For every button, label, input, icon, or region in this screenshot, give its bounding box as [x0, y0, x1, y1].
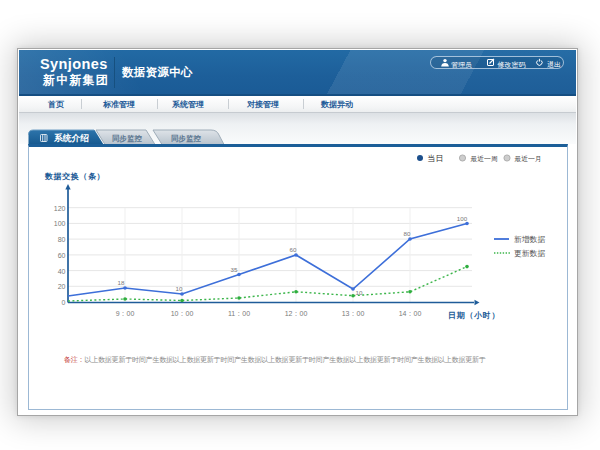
svg-text:更新数据: 更新数据	[514, 249, 545, 258]
svg-text:80: 80	[58, 236, 66, 243]
svg-text:12：00: 12：00	[285, 310, 308, 317]
svg-text:18: 18	[118, 279, 125, 286]
svg-text:14：00: 14：00	[399, 310, 422, 317]
svg-text:当日: 当日	[428, 154, 444, 163]
svg-text:10: 10	[176, 285, 183, 292]
svg-text:60: 60	[58, 252, 66, 259]
svg-text:最近一周: 最近一周	[470, 155, 498, 162]
svg-text:13：00: 13：00	[342, 310, 365, 317]
svg-text:系统介绍: 系统介绍	[53, 133, 89, 143]
svg-text:40: 40	[58, 268, 66, 275]
svg-text:数据交换（条）: 数据交换（条）	[44, 172, 105, 181]
svg-text:新增数据: 新增数据	[514, 235, 545, 244]
svg-text:日期（小时）: 日期（小时）	[448, 311, 500, 320]
svg-text:100: 100	[54, 220, 66, 227]
svg-text:9：00: 9：00	[116, 310, 135, 317]
svg-text:35: 35	[231, 266, 238, 273]
svg-text:11：00: 11：00	[228, 310, 250, 317]
svg-text:0: 0	[62, 299, 66, 306]
svg-text:同步监控: 同步监控	[112, 134, 142, 143]
svg-text:最近一月: 最近一月	[514, 155, 542, 163]
svg-text:10: 10	[356, 289, 363, 296]
svg-text:60: 60	[290, 246, 297, 253]
svg-text:80: 80	[404, 230, 411, 237]
svg-text:10：00: 10：00	[171, 310, 194, 317]
svg-text:同步监控: 同步监控	[171, 134, 201, 143]
svg-text:120: 120	[54, 205, 66, 212]
svg-text:20: 20	[58, 283, 66, 290]
svg-text:100: 100	[457, 215, 468, 222]
